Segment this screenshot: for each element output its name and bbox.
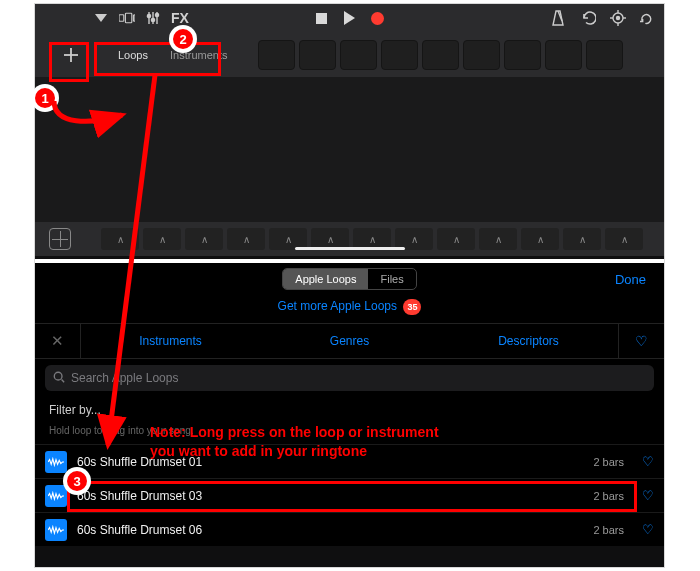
- column-trigger[interactable]: ∧: [185, 228, 223, 250]
- track-cell[interactable]: [463, 40, 500, 70]
- favorite-icon[interactable]: ♡: [642, 488, 654, 503]
- column-trigger[interactable]: ∧: [563, 228, 601, 250]
- loop-row[interactable]: 60s Shuffle Drumset 01 2 bars ♡: [35, 444, 664, 478]
- filter-descriptors[interactable]: Descriptors: [439, 334, 618, 348]
- close-filters-icon[interactable]: ✕: [35, 324, 81, 358]
- column-trigger[interactable]: ∧: [521, 228, 559, 250]
- loop-name: 60s Shuffle Drumset 06: [77, 523, 583, 537]
- svg-rect-1: [125, 13, 131, 23]
- search-icon: [53, 371, 65, 386]
- tab-files[interactable]: Files: [368, 269, 415, 289]
- loop-bars: 2 bars: [593, 490, 624, 502]
- get-more-badge: 35: [403, 299, 421, 315]
- svg-point-7: [151, 18, 154, 21]
- add-track-button[interactable]: [53, 40, 89, 70]
- chevron-down-icon[interactable]: [93, 10, 109, 26]
- track-cell[interactable]: [258, 40, 295, 70]
- home-indicator: [295, 247, 405, 250]
- loop-name: 60s Shuffle Drumset 01: [77, 455, 583, 469]
- fx-button[interactable]: FX: [171, 10, 189, 26]
- get-more-loops-link[interactable]: Get more Apple Loops 35: [35, 295, 664, 323]
- svg-point-18: [54, 372, 62, 380]
- svg-point-6: [147, 14, 150, 17]
- svg-rect-0: [119, 15, 124, 21]
- filter-genres[interactable]: Genres: [260, 334, 439, 348]
- loop-row[interactable]: 60s Shuffle Drumset 06 2 bars ♡: [35, 512, 664, 546]
- tab-loops[interactable]: Loops: [107, 44, 159, 66]
- track-cell[interactable]: [422, 40, 459, 70]
- svg-point-11: [617, 17, 620, 20]
- column-trigger[interactable]: ∧: [143, 228, 181, 250]
- waveform-icon: [45, 485, 67, 507]
- search-placeholder: Search Apple Loops: [71, 371, 178, 385]
- favorite-icon[interactable]: ♡: [642, 522, 654, 537]
- loop-bars: 2 bars: [593, 456, 624, 468]
- track-cell[interactable]: [381, 40, 418, 70]
- svg-rect-2: [133, 15, 135, 21]
- play-button[interactable]: [342, 10, 358, 26]
- record-button[interactable]: [370, 10, 386, 26]
- view-grid-icon[interactable]: [119, 10, 135, 26]
- loop-browser-icon[interactable]: [640, 10, 656, 26]
- loop-bars: 2 bars: [593, 524, 624, 536]
- favorite-icon[interactable]: ♡: [642, 454, 654, 469]
- column-trigger[interactable]: ∧: [101, 228, 139, 250]
- column-trigger[interactable]: ∧: [437, 228, 475, 250]
- column-trigger[interactable]: ∧: [227, 228, 265, 250]
- get-more-loops-label: Get more Apple Loops: [278, 299, 397, 313]
- stop-button[interactable]: [314, 10, 330, 26]
- track-cell[interactable]: [340, 40, 377, 70]
- loop-name: 60s Shuffle Drumset 03: [77, 489, 583, 503]
- metronome-icon[interactable]: [550, 10, 566, 26]
- sliders-icon[interactable]: [145, 10, 161, 26]
- waveform-icon: [45, 519, 67, 541]
- track-cell[interactable]: [504, 40, 541, 70]
- svg-point-8: [155, 13, 158, 16]
- tab-apple-loops[interactable]: Apple Loops: [283, 269, 368, 289]
- track-cell[interactable]: [586, 40, 623, 70]
- track-grid[interactable]: [35, 77, 664, 222]
- undo-icon[interactable]: [580, 10, 596, 26]
- loop-row[interactable]: 60s Shuffle Drumset 03 2 bars ♡: [35, 478, 664, 512]
- track-cell[interactable]: [299, 40, 336, 70]
- filter-instruments[interactable]: Instruments: [81, 334, 260, 348]
- search-input[interactable]: Search Apple Loops: [45, 365, 654, 391]
- column-trigger[interactable]: ∧: [479, 228, 517, 250]
- svg-line-19: [62, 379, 65, 382]
- done-button[interactable]: Done: [615, 272, 646, 287]
- column-trigger[interactable]: ∧: [605, 228, 643, 250]
- filter-by-label[interactable]: Filter by...: [35, 397, 664, 423]
- settings-icon[interactable]: [610, 10, 626, 26]
- tab-instruments[interactable]: Instruments: [159, 44, 238, 66]
- favorites-filter-icon[interactable]: ♡: [618, 324, 664, 358]
- waveform-icon: [45, 451, 67, 473]
- drag-hint: Hold loop to drag into your song.: [35, 423, 664, 444]
- track-cell[interactable]: [545, 40, 582, 70]
- grid-view-icon[interactable]: [49, 228, 71, 250]
